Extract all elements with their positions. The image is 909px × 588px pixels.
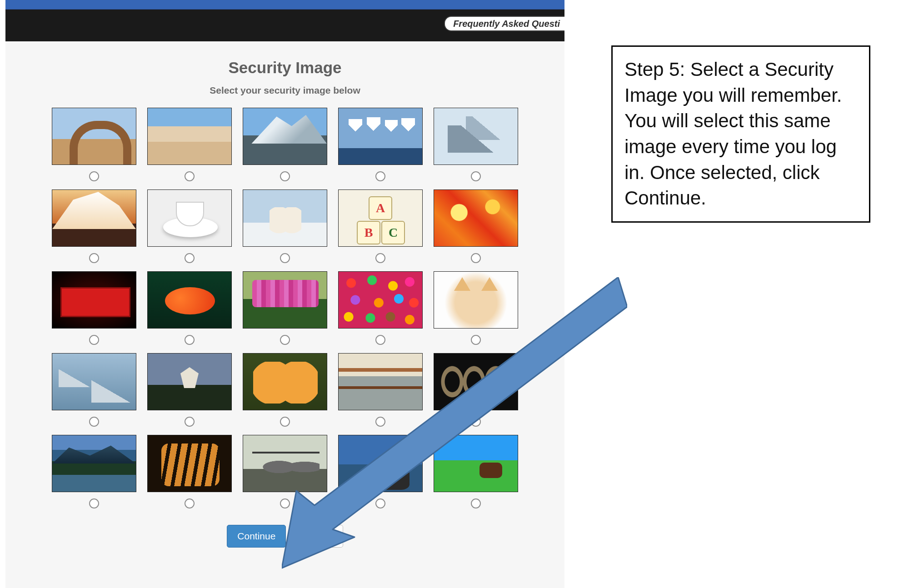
button-row: Continue Cancel: [5, 525, 564, 548]
image-option-jets-formation[interactable]: [52, 353, 136, 435]
radio-exit-sign[interactable]: [89, 335, 99, 345]
image-option-seabird[interactable]: [147, 353, 232, 435]
image-option-chain[interactable]: [434, 353, 518, 435]
radio-tiger[interactable]: [185, 498, 195, 508]
radio-flower-garden[interactable]: [280, 335, 290, 345]
grid-row: A B C: [52, 189, 518, 271]
radio-jellybeans[interactable]: [375, 335, 385, 345]
page-title: Security Image: [5, 59, 564, 77]
thumb-coffee-cup: [147, 189, 232, 247]
thumb-snow-peak: [52, 189, 136, 247]
image-grid: A B C EXIT: [5, 108, 564, 517]
thumb-seabird: [147, 353, 232, 410]
image-option-orange-fish[interactable]: [147, 271, 232, 353]
grid-row: [52, 435, 518, 517]
radio-sailboats[interactable]: [375, 171, 385, 181]
thumb-cow-pasture: [434, 435, 518, 492]
radio-bridge[interactable]: [375, 417, 385, 427]
image-option-badlands[interactable]: [147, 108, 232, 189]
radio-cow-pasture[interactable]: [471, 498, 481, 508]
thumb-fighter-jet: [434, 108, 518, 165]
thumb-exit-sign: EXIT: [52, 271, 136, 329]
thumb-jellybeans: [338, 271, 423, 329]
instruction-callout: Step 5: Select a Security Image you will…: [611, 45, 870, 223]
image-option-snow-peak[interactable]: [52, 189, 136, 271]
exit-text: EXIT: [60, 287, 128, 314]
radio-mountain-town[interactable]: [280, 171, 290, 181]
cancel-button[interactable]: Cancel: [292, 525, 343, 548]
radio-helicopters[interactable]: [280, 498, 290, 508]
radio-polar-bears[interactable]: [280, 253, 290, 263]
radio-orange-fish[interactable]: [185, 335, 195, 345]
app-window: Frequently Asked Questi Security Image S…: [5, 0, 564, 588]
radio-butterfly[interactable]: [280, 417, 290, 427]
image-option-exit-sign[interactable]: EXIT: [52, 271, 136, 353]
faq-link[interactable]: Frequently Asked Questi: [444, 16, 564, 31]
image-option-mountain-river[interactable]: [52, 435, 136, 517]
image-option-sailboats[interactable]: [338, 108, 423, 189]
thumb-alphabet-blocks: A B C: [338, 189, 423, 247]
radio-mountain-river[interactable]: [89, 498, 99, 508]
radio-jets-formation[interactable]: [89, 417, 99, 427]
radio-alphabet-blocks[interactable]: [375, 253, 385, 263]
image-option-tiger[interactable]: [147, 435, 232, 517]
radio-badlands[interactable]: [185, 171, 195, 181]
radio-rocky-coast[interactable]: [375, 498, 385, 508]
image-option-alphabet-blocks[interactable]: A B C: [338, 189, 423, 271]
image-option-bridge[interactable]: [338, 353, 423, 435]
thumb-bridge: [338, 353, 423, 410]
thumb-autumn-leaves: [434, 189, 518, 247]
thumb-flower-garden: [243, 271, 327, 329]
image-option-helicopters[interactable]: [243, 435, 327, 517]
continue-button[interactable]: Continue: [227, 525, 286, 548]
thumb-desert-arch: [52, 108, 136, 165]
radio-desert-arch[interactable]: [89, 171, 99, 181]
image-option-kitten[interactable]: [434, 271, 518, 353]
thumb-jets-formation: [52, 353, 136, 410]
page-subtitle: Select your security image below: [5, 85, 564, 96]
thumb-butterfly: [243, 353, 327, 410]
image-option-fighter-jet[interactable]: [434, 108, 518, 189]
thumb-mountain-town: [243, 108, 327, 165]
image-option-cow-pasture[interactable]: [434, 435, 518, 517]
callout-text: Step 5: Select a Security Image you will…: [624, 59, 842, 209]
image-option-autumn-leaves[interactable]: [434, 189, 518, 271]
thumb-polar-bears: [243, 189, 327, 247]
main-content: Security Image Select your security imag…: [5, 59, 564, 548]
radio-fighter-jet[interactable]: [471, 171, 481, 181]
image-option-butterfly[interactable]: [243, 353, 327, 435]
faq-label: Frequently Asked Questi: [453, 19, 560, 29]
radio-seabird[interactable]: [185, 417, 195, 427]
thumb-chain: [434, 353, 518, 410]
grid-row: [52, 108, 518, 189]
top-blue-bar: [5, 0, 564, 10]
grid-row: [52, 353, 518, 435]
radio-chain[interactable]: [471, 417, 481, 427]
thumb-mountain-river: [52, 435, 136, 492]
thumb-sailboats: [338, 108, 423, 165]
block-c: C: [381, 221, 405, 244]
radio-kitten[interactable]: [471, 335, 481, 345]
thumb-badlands: [147, 108, 232, 165]
grid-row: EXIT: [52, 271, 518, 353]
block-a: A: [369, 196, 392, 220]
thumb-kitten: [434, 271, 518, 329]
image-option-coffee-cup[interactable]: [147, 189, 232, 271]
thumb-tiger: [147, 435, 232, 492]
block-b: B: [357, 221, 380, 244]
image-option-polar-bears[interactable]: [243, 189, 327, 271]
image-option-flower-garden[interactable]: [243, 271, 327, 353]
radio-snow-peak[interactable]: [89, 253, 99, 263]
image-option-rocky-coast[interactable]: [338, 435, 423, 517]
image-option-mountain-town[interactable]: [243, 108, 327, 189]
nav-black-bar: Frequently Asked Questi: [5, 10, 564, 41]
radio-coffee-cup[interactable]: [185, 253, 195, 263]
thumb-orange-fish: [147, 271, 232, 329]
thumb-rocky-coast: [338, 435, 423, 492]
thumb-helicopters: [243, 435, 327, 492]
radio-autumn-leaves[interactable]: [471, 253, 481, 263]
image-option-jellybeans[interactable]: [338, 271, 423, 353]
image-option-desert-arch[interactable]: [52, 108, 136, 189]
